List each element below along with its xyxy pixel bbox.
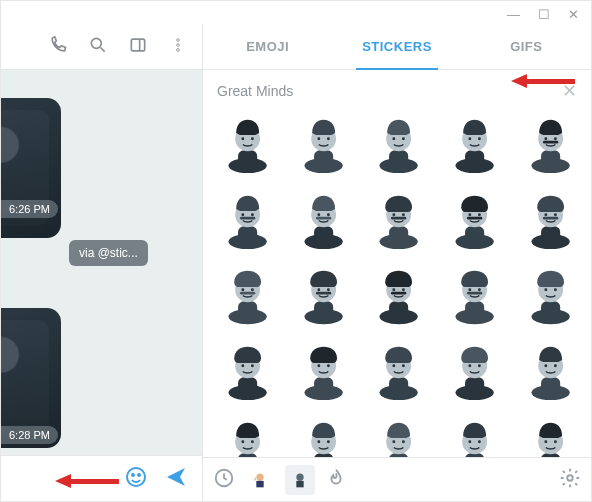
emoji-button[interactable]: [124, 465, 148, 492]
svg-point-56: [478, 213, 481, 216]
sticker-item[interactable]: [440, 108, 510, 178]
svg-rect-41: [314, 226, 333, 241]
settings-icon[interactable]: [559, 467, 581, 492]
svg-point-117: [554, 364, 557, 367]
sticker-panel: EMOJI STICKERS GIFS Great Minds ✕: [203, 24, 591, 501]
compose-bar: [1, 455, 202, 501]
svg-point-146: [296, 473, 303, 480]
chat-body: 6:26 PM via @stic... 6:28 PM: [1, 70, 202, 455]
svg-point-12: [251, 138, 254, 141]
svg-point-2: [177, 39, 180, 42]
svg-point-91: [544, 289, 547, 292]
send-button[interactable]: [164, 465, 188, 492]
svg-point-22: [402, 138, 405, 141]
tab-emoji[interactable]: EMOJI: [203, 24, 332, 69]
sticker-item[interactable]: [289, 108, 359, 178]
svg-rect-19: [389, 150, 408, 165]
svg-rect-24: [465, 150, 484, 165]
svg-point-116: [544, 364, 547, 367]
sticker-item[interactable]: [289, 259, 359, 329]
sidebar-toggle-icon[interactable]: [128, 35, 148, 58]
svg-rect-14: [314, 150, 333, 165]
svg-point-107: [402, 364, 405, 367]
annotation-arrow: [511, 74, 575, 88]
svg-rect-47: [389, 226, 408, 241]
sticker-item[interactable]: [440, 184, 510, 254]
svg-point-142: [554, 440, 557, 443]
call-icon[interactable]: [48, 35, 68, 58]
svg-point-97: [251, 364, 254, 367]
sticker-item[interactable]: [440, 259, 510, 329]
svg-point-21: [393, 138, 396, 141]
sticker-item[interactable]: [213, 108, 283, 178]
sticker-item[interactable]: [213, 410, 283, 457]
svg-point-27: [478, 138, 481, 141]
svg-point-73: [317, 289, 320, 292]
sticker-item[interactable]: [289, 335, 359, 405]
recent-icon[interactable]: [213, 467, 235, 492]
svg-rect-114: [541, 377, 560, 392]
svg-point-101: [317, 364, 320, 367]
sticker-item[interactable]: [515, 259, 585, 329]
svg-rect-63: [543, 216, 558, 219]
svg-point-32: [554, 138, 557, 141]
svg-rect-104: [389, 377, 408, 392]
svg-rect-109: [465, 377, 484, 392]
trending-icon[interactable]: [325, 467, 347, 492]
svg-point-96: [242, 364, 245, 367]
svg-rect-35: [238, 226, 257, 241]
sticker-item[interactable]: [440, 410, 510, 457]
media-tabs: EMOJI STICKERS GIFS: [203, 24, 591, 70]
sticker-item[interactable]: [213, 259, 283, 329]
svg-point-68: [251, 289, 254, 292]
svg-point-16: [317, 138, 320, 141]
svg-rect-51: [391, 216, 406, 219]
more-icon[interactable]: [168, 35, 188, 58]
tab-stickers[interactable]: STICKERS: [332, 24, 461, 69]
svg-point-127: [327, 440, 330, 443]
sticker-item[interactable]: [440, 335, 510, 405]
sticker-item[interactable]: [515, 184, 585, 254]
svg-rect-33: [543, 141, 558, 144]
minimize-button[interactable]: —: [507, 7, 520, 22]
sticker-grid: [213, 108, 585, 457]
svg-rect-147: [296, 480, 303, 486]
sticker-item[interactable]: [515, 410, 585, 457]
svg-rect-9: [238, 150, 257, 165]
svg-rect-83: [465, 302, 484, 317]
via-badge[interactable]: via @stic...: [69, 240, 148, 266]
pack-thumb-active[interactable]: [285, 465, 315, 495]
sticker-item[interactable]: [515, 335, 585, 405]
pack-thumb[interactable]: [245, 465, 275, 495]
sticker-item[interactable]: [364, 410, 434, 457]
sticker-item[interactable]: [213, 184, 283, 254]
svg-point-137: [478, 440, 481, 443]
sticker-item[interactable]: [364, 259, 434, 329]
sticker-grid-scroll[interactable]: [203, 108, 591, 457]
sticker-item[interactable]: [364, 184, 434, 254]
svg-rect-145: [256, 480, 263, 486]
svg-point-144: [256, 473, 263, 480]
sticker-item[interactable]: [515, 108, 585, 178]
annotation-arrow: [55, 474, 119, 488]
sticker-bottom-bar: [203, 457, 591, 501]
svg-rect-77: [389, 302, 408, 317]
svg-rect-59: [541, 226, 560, 241]
svg-point-102: [327, 364, 330, 367]
sticker-item[interactable]: [364, 108, 434, 178]
svg-point-37: [242, 213, 245, 216]
sticker-item[interactable]: [213, 335, 283, 405]
svg-point-7: [138, 474, 140, 476]
svg-point-79: [393, 289, 396, 292]
tab-gifs[interactable]: GIFS: [462, 24, 591, 69]
sticker-item[interactable]: [289, 410, 359, 457]
sticker-item[interactable]: [364, 335, 434, 405]
close-window-button[interactable]: ✕: [568, 7, 579, 22]
search-icon[interactable]: [88, 35, 108, 58]
sticker-item[interactable]: [289, 184, 359, 254]
svg-rect-57: [467, 216, 482, 219]
maximize-button[interactable]: ☐: [538, 7, 550, 22]
chat-header: [1, 24, 202, 70]
svg-point-43: [317, 213, 320, 216]
svg-point-92: [554, 289, 557, 292]
